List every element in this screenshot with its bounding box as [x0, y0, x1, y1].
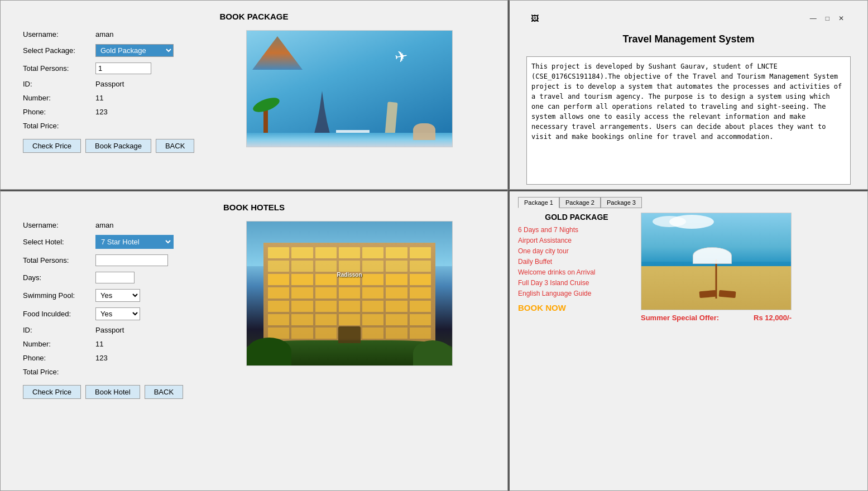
- hotel-total-persons-input[interactable]: [95, 254, 168, 266]
- select-hotel-label: Select Hotel:: [23, 238, 95, 246]
- username-label: Username:: [23, 30, 95, 38]
- hotel-username-value: aman: [95, 221, 114, 229]
- hotel-check-price-button[interactable]: Check Price: [23, 385, 81, 399]
- book-package-button[interactable]: Book Package: [85, 139, 151, 153]
- total-price-label: Total Price:: [23, 122, 95, 130]
- hotel-select[interactable]: 7 Star Hotel 5 Star Hotel 3 Star Hotel: [95, 235, 174, 249]
- travel-mgmt-description[interactable]: This project is developed by Sushant Gau…: [526, 56, 851, 185]
- swimming-pool-select[interactable]: Yes No: [95, 289, 140, 302]
- hotel-total-price-label: Total Price:: [23, 368, 95, 376]
- tab-package-2[interactable]: Package 2: [559, 197, 601, 208]
- phone-value: 123: [95, 108, 108, 116]
- feature-2: One day city tour: [518, 247, 635, 255]
- id-label: ID:: [23, 80, 95, 88]
- hotel-photo: Radisson: [246, 221, 485, 366]
- swimming-pool-label: Swimming Pool:: [23, 291, 95, 300]
- hotel-phone-value: 123: [95, 354, 108, 362]
- package-select[interactable]: Gold Package Silver Package Platinum Pac…: [95, 44, 174, 57]
- feature-3: Daily Buffet: [518, 258, 635, 266]
- book-hotel-panel: BOOK HOTELS Username: aman Select Hotel:…: [0, 190, 508, 491]
- feature-1: Airport Assistance: [518, 237, 635, 244]
- summer-special-label: Summer Special Offer:: [641, 314, 719, 322]
- select-package-label: Select Package:: [23, 46, 95, 55]
- book-package-title: BOOK PACKAGE: [23, 12, 485, 21]
- days-label: Days:: [23, 273, 95, 282]
- book-hotel-button[interactable]: Book Hotel: [85, 385, 140, 399]
- book-hotel-title: BOOK HOTELS: [23, 203, 485, 212]
- feature-6: English Language Guide: [518, 290, 635, 297]
- hotel-number-value: 11: [95, 340, 103, 348]
- total-persons-input[interactable]: [95, 62, 151, 74]
- check-price-button[interactable]: Check Price: [23, 139, 81, 153]
- feature-0: 6 Days and 7 Nights: [518, 226, 635, 234]
- gold-package-panel: Package 1 Package 2 Package 3 GOLD PACKA…: [508, 190, 868, 491]
- window-app-icon: 🖼: [531, 14, 539, 23]
- minimize-button[interactable]: —: [808, 15, 819, 22]
- maximize-button[interactable]: □: [823, 15, 832, 22]
- number-label: Number:: [23, 94, 95, 102]
- hotel-id-label: ID:: [23, 326, 95, 334]
- hotel-total-persons-label: Total Persons:: [23, 256, 95, 264]
- food-included-select[interactable]: Yes No: [95, 307, 140, 320]
- package-photo: ✈: [246, 30, 485, 147]
- package-tabs: Package 1 Package 2 Package 3: [518, 197, 859, 208]
- number-value: 11: [95, 94, 103, 102]
- book-package-panel: BOOK PACKAGE Username: aman Select Packa…: [0, 0, 508, 190]
- username-value: aman: [95, 30, 114, 38]
- phone-label: Phone:: [23, 108, 95, 116]
- hotel-phone-label: Phone:: [23, 354, 95, 362]
- close-button[interactable]: ✕: [836, 15, 846, 22]
- summer-price: Rs 12,000/-: [754, 314, 792, 322]
- feature-5: Full Day 3 Island Cruise: [518, 279, 635, 287]
- hotel-id-value: Passport: [95, 326, 124, 334]
- days-input[interactable]: [95, 272, 135, 283]
- id-value: Passport: [95, 80, 124, 88]
- hotel-number-label: Number:: [23, 340, 95, 348]
- tab-package-3[interactable]: Package 3: [601, 197, 642, 208]
- feature-4: Welcome drinks on Arrival: [518, 268, 635, 276]
- hotel-back-button[interactable]: BACK: [145, 385, 183, 399]
- travel-mgmt-title: Travel Management System: [526, 33, 851, 45]
- gold-package-content: GOLD PACKAGE 6 Days and 7 Nights Airport…: [518, 213, 859, 322]
- total-persons-label: Total Persons:: [23, 64, 95, 73]
- titlebar: 🖼 — □ ✕: [526, 12, 851, 25]
- gold-package-title: GOLD PACKAGE: [518, 213, 635, 222]
- hotel-username-label: Username:: [23, 221, 95, 229]
- travel-mgmt-panel: 🖼 — □ ✕ Travel Management System This pr…: [508, 0, 868, 190]
- book-now-text[interactable]: BOOK NOW: [518, 303, 635, 312]
- back-button[interactable]: BACK: [156, 139, 194, 153]
- food-included-label: Food Inculded:: [23, 310, 95, 318]
- tab-package-1[interactable]: Package 1: [518, 197, 559, 208]
